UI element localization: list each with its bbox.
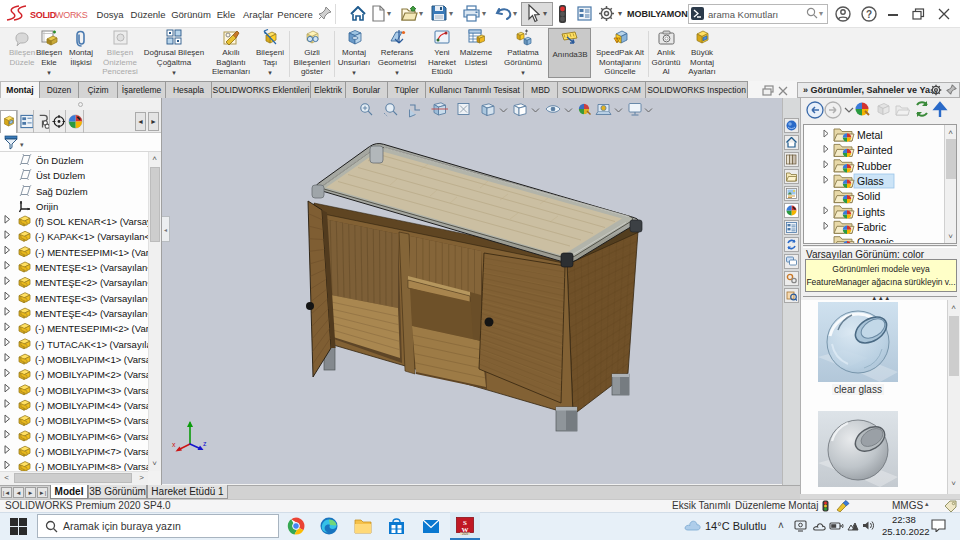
svg-text:Metal: Metal xyxy=(857,129,883,141)
svg-text:?: ? xyxy=(866,9,872,20)
svg-text:Ön Düzlem: Ön Düzlem xyxy=(36,155,84,166)
svg-text:Rubber: Rubber xyxy=(857,160,892,172)
svg-text:MENTEŞE<4> (Varsayılan<<Va: MENTEŞE<4> (Varsayılan<<Va xyxy=(35,308,148,319)
svg-text:Sağ Düzlem: Sağ Düzlem xyxy=(36,186,88,197)
svg-text:(-) MOBILYAPIM<3> (Varsayıla: (-) MOBILYAPIM<3> (Varsayıla xyxy=(35,385,148,396)
svg-text:(-) MENTESEPIMI<1> (Varsayıl: (-) MENTESEPIMI<1> (Varsayıl xyxy=(35,247,148,258)
svg-text:Fabric: Fabric xyxy=(857,221,886,233)
svg-text:Painted: Painted xyxy=(857,144,893,156)
svg-text:!: ! xyxy=(616,37,618,43)
svg-text:z: z xyxy=(203,440,207,447)
svg-text:Lights: Lights xyxy=(857,206,885,218)
svg-text:(-) MOBILYAPIM<1> (Varsayıla: (-) MOBILYAPIM<1> (Varsayıla xyxy=(35,354,148,365)
svg-text:(-) MOBILYAPIM<6> (Varsayıla: (-) MOBILYAPIM<6> (Varsayıla xyxy=(35,431,148,442)
svg-text:(-) MENTESEPIMI<2> (Varsayıla: (-) MENTESEPIMI<2> (Varsayıla xyxy=(35,323,148,334)
svg-text:(-) KAPAK<1> (Varsayılan<<Va: (-) KAPAK<1> (Varsayılan<<Va xyxy=(35,231,148,242)
svg-text:MENTEŞE<1> (Varsayılan<<Va: MENTEŞE<1> (Varsayılan<<Va xyxy=(35,262,148,273)
svg-text:(-) MOBILYAPIM<4> (Varsayıla: (-) MOBILYAPIM<4> (Varsayıla xyxy=(35,400,148,411)
svg-text:WORKS: WORKS xyxy=(55,10,88,20)
svg-text:(-) MOBILYAPIM<7> (Varsayıla: (-) MOBILYAPIM<7> (Varsayıla xyxy=(35,446,148,457)
svg-text:MENTEŞE<2> (Varsayılan<<Va: MENTEŞE<2> (Varsayılan<<Va xyxy=(35,277,148,288)
svg-text:Glass: Glass xyxy=(857,175,884,187)
svg-text:(f) SOL KENAR<1> (Varsayılan<: (f) SOL KENAR<1> (Varsayılan< xyxy=(35,216,148,227)
svg-text:Organic: Organic xyxy=(857,236,894,243)
svg-text:MENTEŞE<3> (Varsayılan<<Va: MENTEŞE<3> (Varsayılan<<Va xyxy=(35,293,148,304)
svg-text:(-) MOBILYAPIM<2> (Varsayıla: (-) MOBILYAPIM<2> (Varsayıla xyxy=(35,369,148,380)
svg-text:(-) TUTACAK<1> (Varsayılan<<: (-) TUTACAK<1> (Varsayılan<< xyxy=(35,339,148,350)
svg-text:Üst Düzlem: Üst Düzlem xyxy=(36,170,85,181)
svg-text:2020: 2020 xyxy=(462,532,468,535)
svg-text:SOLID: SOLID xyxy=(30,10,57,20)
svg-text:(-) MOBILYAPIM<8> (Varsayıla: (-) MOBILYAPIM<8> (Varsayıla xyxy=(35,461,148,471)
svg-text:(-) MOBILYAPIM<5> (Varsayıla: (-) MOBILYAPIM<5> (Varsayıla xyxy=(35,415,148,426)
svg-text:Orijin: Orijin xyxy=(36,201,58,212)
svg-text:x: x xyxy=(172,441,176,448)
svg-text:Solid: Solid xyxy=(857,190,881,202)
